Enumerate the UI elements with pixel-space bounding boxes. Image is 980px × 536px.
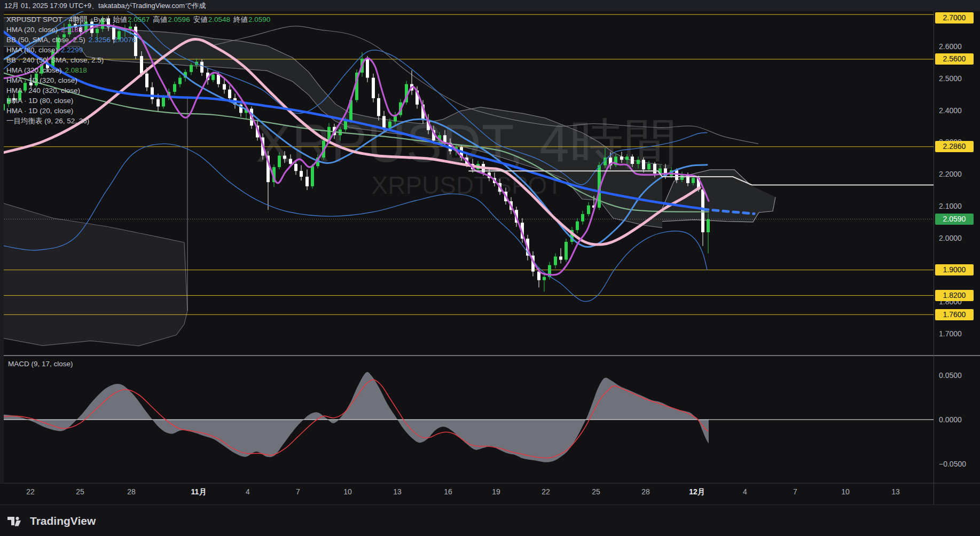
indicator-name: HMA (80, close) [6,46,58,54]
ohlc-key: 安値 [193,15,208,23]
time-tick-day: 25 [76,487,84,496]
macd-indicator-label[interactable]: MACD (9, 17, close) [8,360,73,368]
indicator-name: HMA · 240 (320, close) [6,86,80,94]
legend-row-indicator[interactable]: BB (50, SMA, close, 2.5)2.32562.0076 [6,35,273,45]
indicator-name: BB (50, SMA, close, 2.5) [6,36,85,44]
price-level-label: 1.8200 [935,290,974,301]
indicator-name: HMA (20, close) [6,26,58,34]
legend-row-indicator[interactable]: HMA (20, close)2.1183 [6,25,273,35]
indicator-legend[interactable]: XRPUSDT SPOT · 4時間 · Bybit始値2.0567高値2.05… [6,14,273,126]
indicator-value: 2.0076 [114,36,136,44]
time-tick-day: 19 [492,487,500,496]
price-tick-label: 1.7000 [939,328,962,339]
time-tick-day: 4 [246,487,250,496]
tradingview-logo-icon[interactable] [6,514,25,529]
chart-left-edge [0,11,4,483]
price-tick-label: 2.2000 [939,169,962,179]
indicator-name: BB · 240 (50, SMA, close, 2.5) [6,56,104,64]
ohlc-key: 高値 [153,15,167,23]
legend-row-indicator[interactable]: HMA (320, close)2.0818 [6,65,273,75]
time-tick-day: 22 [26,487,35,496]
legend-row-indicator[interactable]: HMA · 1D (320, close) [6,75,273,85]
legend-row-indicator[interactable]: HMA (80, close)2.2299 [6,45,273,55]
time-tick-day: 22 [542,487,550,496]
indicator-name: HMA · 1D (80, close) [6,97,73,105]
time-tick-day: 25 [592,487,600,496]
snapshot-attribution: 12月 01, 2025 17:09 UTC+9、takatabaがTradin… [4,1,206,11]
time-tick-day: 16 [444,487,452,496]
indicator-value: 2.1183 [61,26,82,34]
price-level-label: 2.5600 [935,53,974,65]
legend-symbol-title: XRPUSDT SPOT · 4時間 · Bybit [6,15,109,23]
ohlc-key: 始値 [113,15,127,23]
indicator-value: 2.3256 [89,36,111,44]
price-level-label: 1.7600 [935,309,974,320]
time-tick-day: 13 [393,487,402,496]
time-tick-month: 12月 [689,487,705,497]
price-level-label: 2.7000 [935,12,974,23]
footer-bar: TradingView [0,505,980,536]
time-tick-day: 13 [891,487,900,496]
price-tick-label: 2.5000 [939,73,962,84]
macd-value-axis[interactable]: 0.05000.0000−0.0500 [934,356,980,483]
legend-row-indicator[interactable]: HMA · 1D (20, close) [6,106,273,116]
time-tick-day: 28 [641,487,650,496]
legend-row-indicator[interactable]: 一目均衡表 (9, 26, 52, 26) [6,116,273,126]
ichimoku-cloud-future [662,170,775,222]
macd-tick-label: 0.0500 [939,370,962,381]
indicator-name: HMA (320, close) [6,66,62,74]
header-bar: 12月 01, 2025 17:09 UTC+9、takatabaがTradin… [0,0,980,11]
time-tick-day: 7 [793,487,797,496]
macd-tick-label: 0.0000 [939,414,962,425]
indicator-value: 2.2299 [61,46,83,54]
macd-tick-label: −0.0500 [939,459,966,469]
legend-row-indicator[interactable]: HMA · 1D (80, close) [6,96,273,106]
time-tick-day: 10 [343,487,352,496]
legend-row-indicator[interactable]: BB · 240 (50, SMA, close, 2.5) [6,55,273,65]
price-tick-label: 2.1000 [939,201,962,211]
indicator-name: HMA · 1D (20, close) [6,107,73,115]
price-tick-label: 2.4000 [939,105,962,116]
ohlc-value: 2.0590 [248,15,270,23]
indicator-name: 一目均衡表 (9, 26, 52, 26) [6,117,89,125]
last-price-label: 2.0590 [935,214,974,225]
price-level-label: 2.2860 [935,141,974,152]
legend-row-indicator[interactable]: HMA · 240 (320, close) [6,85,273,96]
time-tick-month: 11月 [191,487,207,497]
ohlc-key: 終値 [233,15,248,23]
ohlc-value: 2.0548 [208,15,230,23]
legend-row-symbol[interactable]: XRPUSDT SPOT · 4時間 · Bybit始値2.0567高値2.05… [6,14,273,25]
price-level-label: 1.9000 [935,264,974,275]
indicator-value: 2.0818 [65,66,87,74]
ichimoku-cloud-left-low [0,202,187,346]
macd-area [0,372,709,462]
time-tick-day: 4 [743,487,747,496]
tradingview-chart-window: 12月 01, 2025 17:09 UTC+9、takatabaがTradin… [0,0,980,536]
ohlc-value: 2.0596 [168,15,190,23]
tradingview-brand-text[interactable]: TradingView [30,515,96,527]
time-tick-day: 7 [296,487,300,496]
indicator-name: HMA · 1D (320, close) [6,76,77,84]
ohlc-value: 2.0567 [128,15,150,23]
price-tick-label: 2.6000 [939,41,962,52]
time-axis[interactable]: 22252811月471013161922252812月471013 [0,483,934,505]
time-tick-day: 10 [841,487,850,496]
time-tick-day: 28 [127,487,136,496]
price-tick-label: 2.0000 [939,233,962,243]
